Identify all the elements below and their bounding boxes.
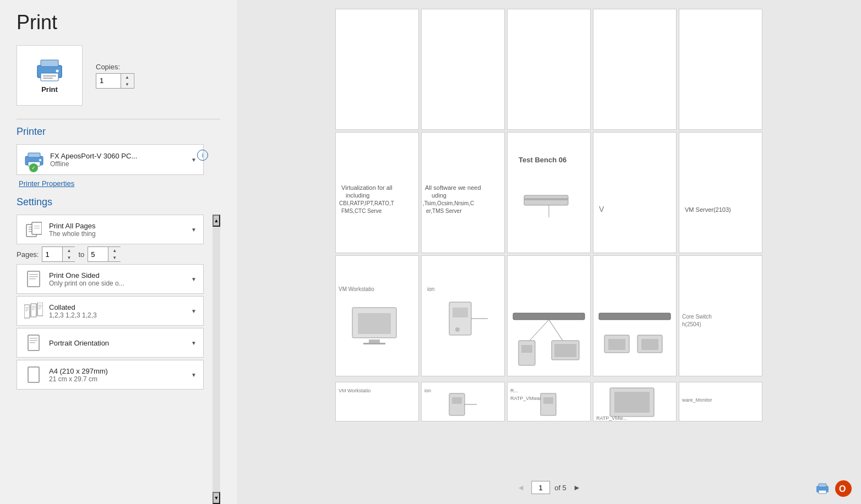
diagram-cell-10: VM Server(2103) xyxy=(679,133,762,253)
svg-rect-66 xyxy=(521,345,532,353)
page-cell-19[interactable]: RATP_VMw... xyxy=(593,382,677,421)
diagram-cell-12: ion xyxy=(422,256,504,376)
svg-rect-58 xyxy=(449,302,471,335)
page-cell-9[interactable]: V xyxy=(593,132,677,253)
svg-text:uding: uding xyxy=(432,192,446,199)
page-cell-14[interactable] xyxy=(593,255,677,376)
page-cell-16[interactable]: VM Workstatio xyxy=(335,382,419,421)
print-sided-setting[interactable]: Print One Sided Only print on one side o… xyxy=(17,264,204,294)
page-cell-7[interactable]: All software we need uding ,Tsim,Ocsim,N… xyxy=(421,132,505,253)
paper-size-dropdown-arrow: ▼ xyxy=(191,372,197,378)
settings-section-heading: Settings xyxy=(17,196,237,208)
diagram-cell-13 xyxy=(508,256,590,376)
svg-rect-29 xyxy=(37,303,43,316)
page-cell-5[interactable] xyxy=(679,9,762,130)
svg-rect-86 xyxy=(614,392,650,413)
collated-icon xyxy=(24,301,43,321)
pages-label: Pages: xyxy=(17,250,39,259)
page-cell-17[interactable]: ion xyxy=(421,382,505,421)
svg-text:RATP_VMw...: RATP_VMw... xyxy=(596,415,626,421)
print-pages-setting[interactable]: Print All Pages The whole thing ▼ xyxy=(17,215,204,244)
svg-rect-36 xyxy=(30,342,35,343)
bottom-right-icons: O xyxy=(816,480,852,497)
collated-setting[interactable]: Collated 1,2,3 1,2,3 1,2,3 ▼ xyxy=(17,296,204,326)
page-cell-10[interactable]: VM Server(2103) xyxy=(679,132,762,253)
diagram-cell-7: All software we need uding ,Tsim,Ocsim,N… xyxy=(422,133,504,253)
diagram-cell-8: Test Bench 06 xyxy=(508,133,590,253)
svg-rect-5 xyxy=(43,78,53,79)
copies-spinners: ▲ ▼ xyxy=(121,74,133,88)
svg-rect-71 xyxy=(608,339,625,350)
page-cell-8[interactable]: Test Bench 06 xyxy=(507,132,591,253)
copies-decrement[interactable]: ▼ xyxy=(121,81,133,88)
svg-rect-48 xyxy=(524,198,568,200)
svg-rect-18 xyxy=(29,274,38,275)
svg-rect-28 xyxy=(32,309,34,310)
prev-page-button[interactable]: ◄ xyxy=(515,481,527,494)
copies-area: Copies: ▲ ▼ xyxy=(96,63,134,89)
svg-rect-19 xyxy=(29,276,38,277)
printer-icon xyxy=(35,58,64,82)
current-page-input[interactable] xyxy=(531,481,550,494)
pages-from-decrement[interactable]: ▼ xyxy=(63,254,75,261)
pages-to-increment[interactable]: ▲ xyxy=(108,247,121,254)
svg-rect-1 xyxy=(41,60,58,67)
page-cell-18[interactable]: R... RATP_VMware xyxy=(507,382,591,421)
scroll-down-button[interactable]: ▼ xyxy=(212,492,220,504)
settings-scrollbar[interactable]: ▲ ▼ xyxy=(212,215,220,504)
page-cell-20[interactable]: ware_Monitor xyxy=(679,382,762,421)
page-cell-11[interactable]: VM Workstatio xyxy=(335,255,419,376)
print-pages-title: Print All Pages xyxy=(49,222,187,230)
svg-rect-62 xyxy=(513,313,585,320)
svg-text:,Tsim,Ocsim,Nrsim,C: ,Tsim,Ocsim,Nrsim,C xyxy=(423,200,474,206)
svg-rect-37 xyxy=(28,367,39,382)
print-button[interactable]: Print xyxy=(17,45,83,106)
pages-from-increment[interactable]: ▲ xyxy=(63,247,75,254)
paper-size-setting[interactable]: A4 (210 x 297mm) 21 cm x 29.7 cm ▼ xyxy=(17,360,204,390)
preview-grid: Virtualization for all including CBI,RAT… xyxy=(335,9,762,376)
print-small-icon[interactable] xyxy=(816,483,829,494)
svg-rect-15 xyxy=(34,226,40,227)
svg-text:R...: R... xyxy=(510,388,518,393)
scroll-up-button[interactable]: ▲ xyxy=(212,215,220,227)
page-cell-13[interactable] xyxy=(507,255,591,376)
svg-rect-27 xyxy=(32,308,35,308)
page-cell-2[interactable] xyxy=(421,9,505,130)
svg-text:V: V xyxy=(599,205,604,213)
svg-rect-7 xyxy=(28,153,40,157)
pages-from-input[interactable] xyxy=(42,249,62,260)
svg-rect-23 xyxy=(25,309,29,309)
page-cell-6[interactable]: Virtualization for all including CBI,RAT… xyxy=(335,132,419,253)
page-cell-4[interactable] xyxy=(593,9,677,130)
printer-properties-link[interactable]: Printer Properties xyxy=(19,179,237,188)
next-page-button[interactable]: ► xyxy=(571,481,583,494)
svg-text:er,TMS Server: er,TMS Server xyxy=(426,208,462,214)
print-sided-text: Print One Sided Only print on one side o… xyxy=(49,271,187,287)
pages-to-input[interactable] xyxy=(88,249,108,260)
svg-rect-69 xyxy=(599,313,671,320)
copies-input[interactable] xyxy=(96,75,121,86)
svg-rect-56 xyxy=(363,343,385,344)
printer-info-icon[interactable]: i xyxy=(197,150,208,161)
orientation-setting[interactable]: Portrait Orientation ▼ xyxy=(17,328,204,358)
svg-rect-26 xyxy=(32,306,35,306)
svg-text:RATP_VMware: RATP_VMware xyxy=(510,396,544,401)
svg-text:CBI,RATP,IPT,RATO,T: CBI,RATP,IPT,RATO,T xyxy=(339,200,394,206)
paper-size-icon xyxy=(24,365,43,385)
svg-point-9 xyxy=(39,159,41,161)
pages-to-spinners: ▲ ▼ xyxy=(108,247,121,261)
page-cell-12[interactable]: ion xyxy=(421,255,505,376)
copies-increment[interactable]: ▲ xyxy=(121,74,133,81)
printer-dropdown-arrow: ▼ xyxy=(191,157,197,163)
printer-online-check: ✓ xyxy=(29,163,38,172)
diagram-cell-6: Virtualization for all including CBI,RAT… xyxy=(336,133,418,253)
printer-status: Offline xyxy=(50,160,187,168)
pages-to-decrement[interactable]: ▼ xyxy=(108,254,121,261)
page-cell-1[interactable] xyxy=(335,9,419,130)
svg-text:Virtualization for all: Virtualization for all xyxy=(341,184,393,191)
copies-label: Copies: xyxy=(96,63,134,71)
page-cell-15[interactable]: Core Switch h(2504) xyxy=(679,255,762,376)
printer-selector[interactable]: ✓ FX ApeosPort-V 3060 PC... Offline ▼ xyxy=(17,144,204,175)
preview-panel: Virtualization for all including CBI,RAT… xyxy=(237,0,861,504)
page-cell-3[interactable] xyxy=(507,9,591,130)
